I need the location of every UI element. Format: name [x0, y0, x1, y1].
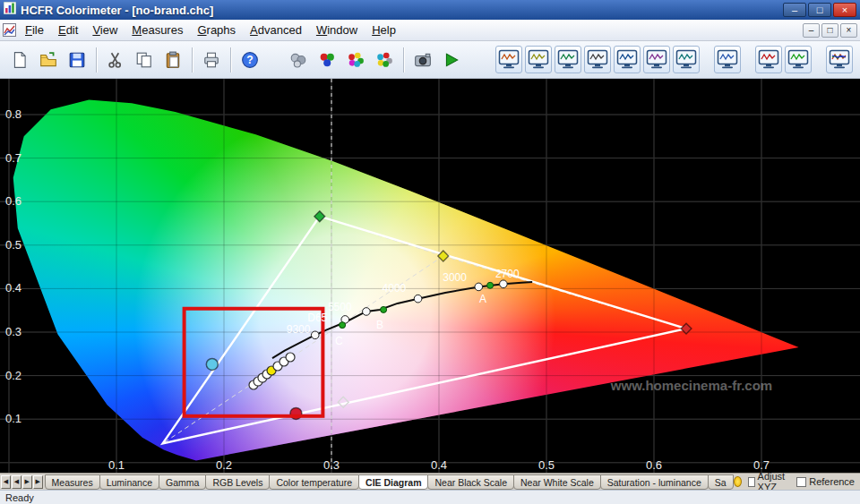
- x-axis-label: 0.2: [216, 458, 232, 472]
- help-button[interactable]: ?: [236, 46, 264, 74]
- menu-advanced[interactable]: Advanced: [243, 21, 309, 39]
- monitor-chart-icon: [787, 49, 809, 70]
- tab-near-white-scale[interactable]: Near White Scale: [513, 474, 601, 490]
- tab-sa[interactable]: Sa: [708, 474, 734, 490]
- monitor-chart-icon: [717, 49, 738, 70]
- toolbar-separator: [230, 47, 231, 73]
- cut-button[interactable]: [101, 46, 130, 74]
- view-all-graphs-button[interactable]: [826, 46, 853, 73]
- tab-strip: MeasuresLuminanceGammaRGB LevelsColor te…: [46, 474, 734, 490]
- curve-label-2700: 2700: [495, 268, 520, 280]
- view-gamma-button[interactable]: [555, 46, 581, 73]
- window-controls: – □ ×: [783, 3, 856, 17]
- copy-icon: [135, 51, 153, 69]
- color-swatch-icon: [734, 476, 742, 487]
- statusbar: Ready: [0, 490, 860, 504]
- menu-edit[interactable]: Edit: [51, 21, 85, 39]
- monitor-chart-icon: [675, 49, 697, 70]
- close-button[interactable]: ×: [833, 3, 856, 17]
- tab-rgb-levels[interactable]: RGB Levels: [205, 474, 270, 490]
- reference-checkbox[interactable]: Reference: [796, 476, 855, 487]
- curve-label-C: C: [335, 335, 343, 347]
- capture-button[interactable]: [408, 46, 437, 74]
- view-luminance-button[interactable]: [525, 46, 552, 73]
- menu-file[interactable]: File: [18, 21, 51, 39]
- camera-icon: [413, 51, 433, 69]
- tab-cie-diagram[interactable]: CIE Diagram: [358, 474, 428, 490]
- adjust-xyz-checkbox-box[interactable]: [748, 477, 755, 487]
- menu-graphs[interactable]: Graphs: [190, 21, 243, 39]
- tab-scroll-next-button[interactable]: ▶: [22, 475, 32, 489]
- paste-icon: [164, 51, 182, 69]
- menu-measures[interactable]: Measures: [125, 21, 190, 39]
- open-button[interactable]: [34, 46, 63, 74]
- monitor-chart-icon: [758, 49, 779, 70]
- run-measures-button[interactable]: [437, 46, 466, 74]
- copy-button[interactable]: [130, 46, 159, 74]
- view-contrast-button[interactable]: [785, 46, 812, 73]
- curve-label-3000: 3000: [443, 271, 467, 284]
- grayscale-button[interactable]: [370, 46, 399, 74]
- view-rgb-levels-button[interactable]: [584, 46, 611, 73]
- monitor-chart-icon: [528, 49, 549, 70]
- app-icon: [4, 2, 16, 18]
- print-icon: [202, 51, 220, 69]
- hcfr-window: HCFR Colorimeter - [no-brand.chc] – □ × …: [0, 0, 860, 504]
- sensor-spheres-icon: [289, 51, 307, 69]
- sensor-button[interactable]: [284, 46, 313, 74]
- tab-scroll-last-button[interactable]: ▶: [33, 475, 43, 489]
- mdi-restore-button[interactable]: □: [821, 23, 838, 38]
- color-balls-icon: [347, 51, 365, 69]
- tab-gamma[interactable]: Gamma: [159, 474, 206, 490]
- toolbar-separator: [403, 47, 404, 73]
- grid-lines-overlay: [0, 79, 860, 473]
- y-axis-label: 0.2: [5, 369, 22, 382]
- primaries-button[interactable]: [313, 46, 341, 74]
- toolbar-separator: [96, 47, 97, 73]
- minimize-button[interactable]: –: [783, 3, 806, 17]
- toolbar: ?: [0, 41, 860, 79]
- mdi-close-button[interactable]: ×: [840, 23, 857, 38]
- monitor-chart-icon: [498, 49, 520, 70]
- y-axis-label: 0.4: [5, 281, 22, 295]
- curve-label-9300: 9300: [287, 323, 311, 336]
- y-axis-label: 0.3: [5, 325, 22, 338]
- mdi-minimize-button[interactable]: –: [803, 23, 820, 38]
- view-near-black-button[interactable]: [673, 46, 700, 73]
- curve-label-D65: D65: [307, 312, 327, 324]
- tab-scroll-prev-button[interactable]: ◀: [12, 475, 22, 489]
- x-axis-label: 0.3: [323, 458, 340, 472]
- x-axis-label: 0.5: [538, 458, 555, 472]
- view-color-temperature-button[interactable]: [614, 46, 641, 73]
- menu-view[interactable]: View: [85, 21, 125, 39]
- tab-luminance[interactable]: Luminance: [99, 474, 159, 490]
- menu-window[interactable]: Window: [309, 21, 365, 39]
- maximize-button[interactable]: □: [808, 3, 831, 17]
- tab-color-temperature[interactable]: Color temperature: [269, 474, 359, 490]
- cie-diagram: 9300D65C5500B40003000A2700www.homecinema…: [0, 79, 860, 473]
- new-button[interactable]: [5, 46, 34, 74]
- secondaries-button[interactable]: [341, 46, 370, 74]
- cut-icon: [107, 51, 125, 69]
- y-axis-label: 0.7: [5, 151, 22, 165]
- tab-measures[interactable]: Measures: [45, 474, 100, 490]
- tab-saturation-luminance[interactable]: Saturation - luminance: [600, 474, 709, 490]
- view-saturation-button[interactable]: [755, 46, 782, 73]
- menu-help[interactable]: Help: [365, 21, 403, 39]
- titlebar[interactable]: HCFR Colorimeter - [no-brand.chc] – □ ×: [0, 0, 860, 20]
- paste-button[interactable]: [159, 46, 187, 74]
- reference-label: Reference: [809, 476, 855, 487]
- document-chart-icon: [3, 23, 16, 37]
- view-near-white-button[interactable]: [714, 46, 741, 73]
- reference-checkbox-box[interactable]: [796, 477, 806, 487]
- curve-label-B: B: [376, 319, 383, 331]
- tab-near-black-scale[interactable]: Near Black Scale: [427, 474, 514, 490]
- tab-scroll-first-button[interactable]: ◀: [1, 475, 11, 489]
- save-button[interactable]: [63, 46, 91, 74]
- view-measures-button[interactable]: [495, 46, 522, 73]
- y-axis-label: 0.1: [5, 412, 22, 425]
- curve-label-A: A: [479, 293, 486, 305]
- view-cie-diagram-button[interactable]: [643, 46, 670, 73]
- monitor-chart-icon: [829, 49, 850, 70]
- print-button[interactable]: [197, 46, 226, 74]
